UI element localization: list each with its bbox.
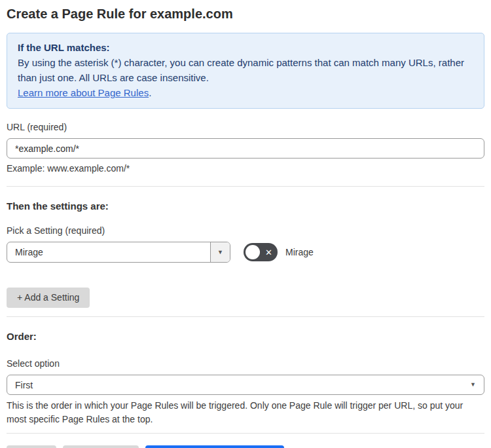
url-match-info-box: If the URL matches: By using the asteris… <box>7 33 484 109</box>
info-box-link-line: Learn more about Page Rules. <box>18 85 473 100</box>
url-example-hint: Example: www.example.com/* <box>7 163 484 174</box>
setting-select-value: Mirage <box>7 247 210 257</box>
footer-actions: Cancel Save as Draft Save and Deploy Pag… <box>7 445 484 448</box>
caret-down-icon: ▼ <box>470 382 476 388</box>
order-section-heading: Order: <box>7 330 484 343</box>
order-select-value: First <box>15 380 33 390</box>
url-input[interactable] <box>7 138 484 159</box>
setting-row: Mirage ▼ ✕ Mirage <box>7 242 484 263</box>
save-as-draft-button[interactable]: Save as Draft <box>63 445 139 448</box>
divider <box>7 433 484 434</box>
toggle-knob <box>245 245 260 259</box>
order-select[interactable]: First ▼ <box>7 375 484 395</box>
mirage-toggle[interactable]: ✕ <box>244 243 278 261</box>
setting-select-arrow-button[interactable]: ▼ <box>210 242 230 262</box>
learn-more-link[interactable]: Learn more about Page Rules <box>18 87 149 98</box>
page-title: Create a Page Rule for example.com <box>7 5 484 22</box>
cancel-button[interactable]: Cancel <box>7 445 56 448</box>
toggle-label: Mirage <box>285 247 314 257</box>
info-box-heading: If the URL matches: <box>18 40 473 55</box>
save-and-deploy-button[interactable]: Save and Deploy Page Rule <box>145 445 284 448</box>
pick-setting-label: Pick a Setting (required) <box>7 225 484 236</box>
setting-select[interactable]: Mirage ▼ <box>7 242 230 263</box>
settings-section-heading: Then the settings are: <box>7 200 484 212</box>
divider <box>7 316 484 317</box>
toggle-off-x-icon: ✕ <box>265 248 272 257</box>
order-help-text: This is the order in which your Page Rul… <box>7 399 484 426</box>
url-field-label: URL (required) <box>7 122 484 133</box>
page-rule-form: Create a Page Rule for example.com If th… <box>0 0 491 448</box>
divider <box>7 186 484 187</box>
info-box-body: By using the asterisk (*) character, you… <box>18 55 473 85</box>
link-suffix: . <box>149 87 151 98</box>
order-select-label: Select option <box>7 358 484 369</box>
caret-down-icon: ▼ <box>217 250 223 255</box>
add-setting-button[interactable]: + Add a Setting <box>7 288 90 308</box>
